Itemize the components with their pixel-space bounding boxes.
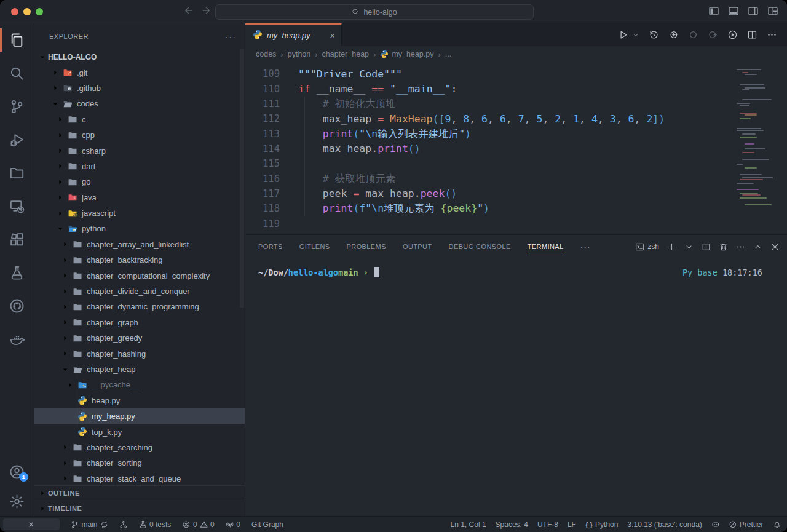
run-dropdown-icon[interactable] — [638, 31, 639, 39]
tab-my-heap-py[interactable]: my_heap.py × — [245, 23, 342, 46]
tree-item[interactable]: chapter_sorting — [34, 455, 245, 470]
activity-extensions[interactable] — [0, 223, 34, 256]
activity-search[interactable] — [0, 57, 34, 90]
explorer-more-actions[interactable]: ··· — [225, 31, 236, 42]
timeline-history-icon[interactable] — [649, 30, 659, 40]
navigate-forward-icon[interactable] — [202, 5, 213, 16]
panel-tab-gitlens[interactable]: GITLENS — [299, 235, 330, 258]
timeline-section[interactable]: TIMELINE — [34, 501, 245, 516]
status-eol[interactable]: LF — [568, 520, 576, 529]
jump-mid-icon[interactable] — [688, 30, 698, 40]
breadcrumb-0[interactable]: codes — [256, 50, 276, 58]
status-encoding[interactable]: UTF-8 — [537, 520, 558, 529]
panel-more-icon[interactable] — [736, 242, 745, 252]
split-editor-icon[interactable] — [747, 30, 757, 40]
minimap[interactable] — [737, 63, 777, 210]
layout-panel-icon[interactable] — [728, 6, 739, 17]
status-problems[interactable]: 00 — [182, 520, 214, 529]
status-git-branch[interactable]: main — [71, 520, 108, 529]
tree-item[interactable]: chapter_backtracking — [34, 252, 245, 268]
layout-grid-icon[interactable] — [767, 6, 778, 17]
status-prettier[interactable]: Prettier — [729, 520, 763, 529]
panel-tab-ports[interactable]: PORTS — [258, 235, 283, 258]
activity-accounts[interactable]: 1 — [0, 457, 34, 486]
activity-run-and-debug[interactable] — [0, 123, 34, 156]
activity-remote-explorer[interactable] — [0, 189, 34, 223]
activity-explorer[interactable] — [0, 23, 34, 57]
activity-folder-view[interactable] — [0, 156, 34, 189]
terminal-dropdown-icon[interactable] — [684, 242, 694, 252]
tree-item[interactable]: chapter_divide_and_conquer — [34, 284, 245, 299]
tree-item[interactable]: JS javascript — [34, 205, 245, 221]
tree-item[interactable]: chapter_heap — [34, 362, 245, 377]
tree-item[interactable]: chapter_hashing — [34, 346, 245, 361]
tree-item[interactable]: my_heap.py — [34, 408, 245, 424]
run-python-file-icon[interactable] — [618, 30, 628, 40]
more-actions-icon[interactable] — [767, 30, 777, 40]
new-terminal-icon[interactable] — [667, 242, 676, 252]
breadcrumb-2[interactable]: chapter_heap — [322, 50, 369, 58]
outline-section[interactable]: OUTLINE — [34, 485, 245, 501]
tree-item[interactable]: heap.py — [34, 393, 245, 408]
status-remote-indicator[interactable] — [3, 518, 60, 530]
status-language-mode[interactable]: { }Python — [585, 520, 619, 529]
activity-testing[interactable] — [0, 256, 34, 289]
status-git-graph[interactable]: Git Graph — [251, 520, 283, 529]
tree-item[interactable]: dart — [34, 159, 245, 174]
status-notifications[interactable] — [773, 520, 781, 529]
status-ports-broadcast[interactable]: 0 — [226, 520, 240, 529]
split-terminal-icon[interactable] — [702, 242, 711, 252]
activity-source-control[interactable] — [0, 90, 34, 123]
activity-docker[interactable] — [0, 322, 34, 355]
terminal-profile-icon[interactable]: zsh — [635, 242, 659, 252]
status-indentation[interactable]: Spaces: 4 — [496, 520, 528, 529]
panel-tab-output[interactable]: OUTPUT — [403, 235, 432, 258]
tree-item[interactable]: chapter_graph — [34, 315, 245, 330]
activity-github[interactable] — [0, 289, 34, 322]
tree-item[interactable]: python — [34, 221, 245, 236]
tree-item[interactable]: chapter_array_and_linkedlist — [34, 237, 245, 252]
tree-item[interactable]: java — [34, 190, 245, 205]
tree-item[interactable]: c — [34, 112, 245, 127]
close-window-button[interactable] — [11, 8, 18, 15]
tree-item[interactable]: cpp — [34, 127, 245, 143]
tree-item[interactable]: chapter_computational_complexity — [34, 268, 245, 283]
sidebar-scrollbar[interactable] — [240, 49, 244, 308]
tree-item[interactable]: chapter_stack_and_queue — [34, 471, 245, 485]
breadcrumb-3[interactable]: my_heap.py — [380, 50, 433, 58]
tree-item[interactable]: chapter_searching — [34, 440, 245, 455]
terminal[interactable]: ~/Dow/hello-algo main› Py base 18:17:16 — [245, 258, 787, 516]
minimize-window-button[interactable] — [23, 8, 31, 15]
status-git-fork[interactable] — [119, 520, 128, 529]
close-tab-icon[interactable]: × — [330, 30, 335, 41]
status-copilot[interactable] — [711, 520, 720, 529]
panel-tabs-more[interactable]: ··· — [580, 235, 591, 258]
tree-item[interactable]: chapter_greedy — [34, 330, 245, 346]
run-profile-icon[interactable] — [727, 30, 738, 40]
layout-sidebar-icon[interactable] — [708, 6, 719, 17]
panel-tab-terminal[interactable]: TERMINAL — [528, 235, 564, 258]
zoom-window-button[interactable] — [36, 8, 43, 15]
panel-tab-debug-console[interactable]: DEBUG CONSOLE — [449, 235, 511, 258]
command-center-search[interactable]: hello-algo — [215, 4, 534, 20]
tree-item[interactable]: .git — [34, 65, 245, 80]
breadcrumb-1[interactable]: python — [288, 50, 311, 58]
tree-item[interactable]: csharp — [34, 143, 245, 158]
tree-item[interactable]: codes — [34, 96, 245, 111]
status-python-interpreter[interactable]: 3.10.13 ('base': conda) — [627, 520, 702, 529]
layout-sidebar-right-icon[interactable] — [748, 6, 759, 17]
tree-item[interactable]: go — [34, 174, 245, 189]
status-cursor-position[interactable]: Ln 1, Col 1 — [451, 520, 486, 529]
close-panel-icon[interactable] — [770, 242, 780, 252]
kill-terminal-icon[interactable] — [719, 242, 728, 252]
tree-item[interactable]: .github — [34, 81, 245, 96]
tree-item[interactable]: chapter_dynamic_programming — [34, 299, 245, 314]
code-editor[interactable]: 109 """Driver Code""" 110 if __name__ ==… — [245, 62, 787, 234]
breadcrumb-4[interactable]: ... — [445, 50, 451, 58]
navigate-back-icon[interactable] — [182, 5, 193, 16]
tree-item[interactable]: top_k.py — [34, 424, 245, 439]
status-tests[interactable]: 0 tests — [139, 520, 172, 529]
maximize-panel-icon[interactable] — [753, 242, 762, 252]
jump-back-icon[interactable] — [668, 30, 679, 40]
jump-forward-icon[interactable] — [708, 30, 718, 40]
